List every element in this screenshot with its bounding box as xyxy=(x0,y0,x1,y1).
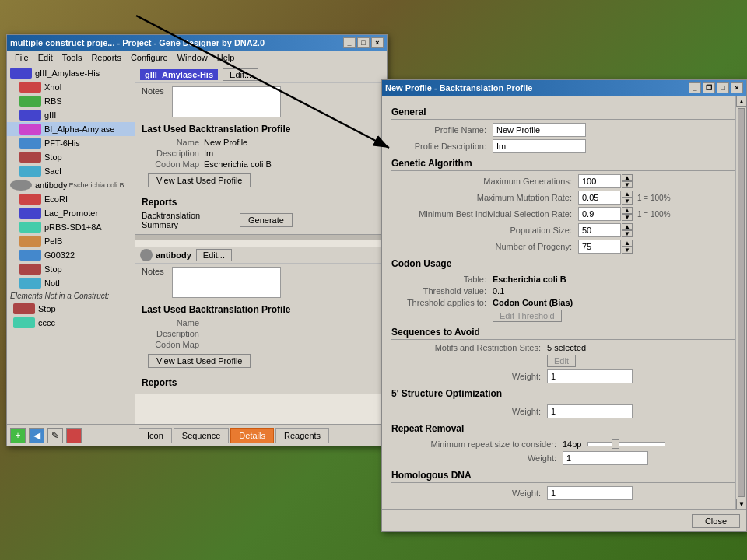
tree-label-stop2: Stop xyxy=(44,264,62,274)
homologous-weight-label: Weight: xyxy=(391,488,547,498)
tree-item-antibody[interactable]: antibody Escherichia coli B xyxy=(7,178,135,192)
min-best-up[interactable]: ▲ xyxy=(622,207,633,214)
progeny-input[interactable] xyxy=(578,240,621,254)
tree-item-stop2[interactable]: Stop xyxy=(7,262,135,276)
tree-item-giii-amylase-his[interactable]: gIII_Amylase-His xyxy=(7,66,135,80)
seq-edit-row: Edit xyxy=(391,355,737,367)
tree-item-pelb[interactable]: PelB xyxy=(7,234,135,248)
menu-file[interactable]: File xyxy=(10,52,33,63)
tree-item-stop1[interactable]: Stop xyxy=(7,150,135,164)
tree-item-rbs[interactable]: RBS xyxy=(7,94,135,108)
tree-item-cccc[interactable]: cccc xyxy=(7,316,135,330)
scrollbar-thumb[interactable] xyxy=(738,108,745,497)
min-best-note: 1 = 100% xyxy=(637,210,671,219)
tree-item-ecori[interactable]: EcoRI xyxy=(7,192,135,206)
tree-item-saci[interactable]: SacI xyxy=(7,164,135,178)
tab-details[interactable]: Details xyxy=(230,428,274,443)
five-prime-weight-input[interactable] xyxy=(547,404,633,418)
repeat-weight-label: Weight: xyxy=(391,453,563,463)
tree-label-bi-alpha: BI_Alpha-Amylase xyxy=(44,124,115,134)
tree-item-giii[interactable]: gIII xyxy=(7,108,135,122)
generate1-btn[interactable]: Generate xyxy=(240,213,293,227)
progeny-up[interactable]: ▲ xyxy=(622,240,633,247)
construct1-edit-btn[interactable]: Edit... xyxy=(223,68,258,81)
max-gen-input[interactable] xyxy=(578,174,621,188)
scrollbar-up-btn[interactable]: ▲ xyxy=(736,96,747,107)
notes2-row: Notes xyxy=(135,264,387,301)
construct1-header: gIII_Amylase-His Edit... xyxy=(135,66,387,83)
backtrans1-title: Last Used Backtranslation Profile xyxy=(142,124,381,135)
menu-reports[interactable]: Reports xyxy=(86,52,126,63)
tree-item-stop-orphan[interactable]: Stop xyxy=(7,302,135,316)
menu-tools[interactable]: Tools xyxy=(58,52,87,63)
homologous-weight-input[interactable] xyxy=(547,486,633,500)
max-mut-down[interactable]: ▼ xyxy=(622,198,633,205)
profile-restore-btn[interactable]: ❐ xyxy=(703,82,715,93)
tree-item-xhoi[interactable]: XhoI xyxy=(7,80,135,94)
info2-desc-row: Description xyxy=(142,329,381,338)
max-gen-down[interactable]: ▼ xyxy=(622,181,633,188)
tab-reagents[interactable]: Reagents xyxy=(275,428,329,443)
tree-item-prbs[interactable]: pRBS-SD1+8A xyxy=(7,220,135,234)
min-best-down[interactable]: ▼ xyxy=(622,214,633,221)
menu-configure[interactable]: Configure xyxy=(126,52,173,63)
pop-size-down[interactable]: ▼ xyxy=(622,230,633,237)
max-mut-row: Maximum Mutation Rate: ▲ ▼ 1 = 100% xyxy=(391,191,737,205)
tree-item-pft[interactable]: PFT-6His xyxy=(7,136,135,150)
profile-min-btn[interactable]: _ xyxy=(689,82,701,93)
seq-edit-btn[interactable]: Edit xyxy=(547,355,576,367)
close-main-btn[interactable]: × xyxy=(371,37,384,48)
profile-name-input[interactable] xyxy=(493,123,586,137)
max-mut-up[interactable]: ▲ xyxy=(622,191,633,198)
tab-sequence[interactable]: Sequence xyxy=(174,428,230,443)
edit-threshold-btn[interactable]: Edit Threshold xyxy=(493,310,562,322)
tree-label-lac: Lac_Promoter xyxy=(44,208,98,218)
tree-item-bi-alpha[interactable]: BI_Alpha-Amylase xyxy=(7,122,135,136)
pop-size-input[interactable] xyxy=(578,223,621,237)
info1-desc-row: Description Im xyxy=(142,149,381,158)
max-mut-input[interactable] xyxy=(578,191,621,205)
minimize-btn[interactable]: _ xyxy=(343,37,356,48)
scrollbar-down-btn[interactable]: ▼ xyxy=(736,499,747,509)
construct2-edit-btn[interactable]: Edit... xyxy=(196,249,232,261)
notes2-box[interactable] xyxy=(172,267,281,298)
profile-close-title-btn[interactable]: × xyxy=(731,82,743,93)
add-construct-btn[interactable]: + xyxy=(10,428,26,443)
seq-weight-input[interactable] xyxy=(547,369,633,383)
menu-window[interactable]: Window xyxy=(173,52,212,63)
tree-item-noti[interactable]: NotI xyxy=(7,276,135,290)
notes1-box[interactable] xyxy=(172,86,281,117)
view-profile2-btn[interactable]: View Last Used Profile xyxy=(148,354,251,368)
min-best-input[interactable] xyxy=(578,207,621,221)
menu-help[interactable]: Help xyxy=(212,52,240,63)
progeny-row: Number of Progeny: ▲ ▼ xyxy=(391,240,737,254)
main-window: multiple construct proje... - Project - … xyxy=(6,34,388,446)
edit-element-btn[interactable]: ✎ xyxy=(47,428,63,443)
tree-item-g00322[interactable]: G00322 xyxy=(7,248,135,262)
maximize-btn[interactable]: □ xyxy=(357,37,370,48)
view-profile1-btn[interactable]: View Last Used Profile xyxy=(148,173,251,187)
menu-edit[interactable]: Edit xyxy=(33,52,58,63)
min-best-spinbox: ▲ ▼ 1 = 100% xyxy=(578,207,671,221)
repeat-weight-input[interactable] xyxy=(563,451,648,465)
slider-track[interactable] xyxy=(587,442,665,446)
menu-bar: File Edit Tools Reports Configure Window… xyxy=(7,51,387,65)
slider-thumb[interactable] xyxy=(612,439,619,449)
progeny-down[interactable]: ▼ xyxy=(622,247,633,254)
profile-desc-label: Profile Description: xyxy=(391,142,493,151)
max-gen-spinbox-btns: ▲ ▼ xyxy=(622,174,633,188)
profile-close-btn[interactable]: Close xyxy=(692,514,740,528)
max-gen-up[interactable]: ▲ xyxy=(622,174,633,181)
pop-size-up[interactable]: ▲ xyxy=(622,223,633,230)
delete-element-btn[interactable]: – xyxy=(66,428,82,443)
motifs-value: 5 selected xyxy=(547,343,586,352)
codon-table-value: Escherichia coli B xyxy=(493,275,566,284)
construct2-name: antibody xyxy=(156,250,191,260)
tab-icon[interactable]: Icon xyxy=(139,428,172,443)
profile-scrollbar[interactable]: ▲ ▼ xyxy=(735,96,746,509)
nav-btn[interactable]: ◀ xyxy=(29,428,44,443)
profile-max-btn[interactable]: □ xyxy=(717,82,729,93)
tree-item-lac[interactable]: Lac_Promoter xyxy=(7,206,135,220)
tree-label-stop1: Stop xyxy=(44,152,62,162)
profile-desc-input[interactable] xyxy=(493,139,586,153)
